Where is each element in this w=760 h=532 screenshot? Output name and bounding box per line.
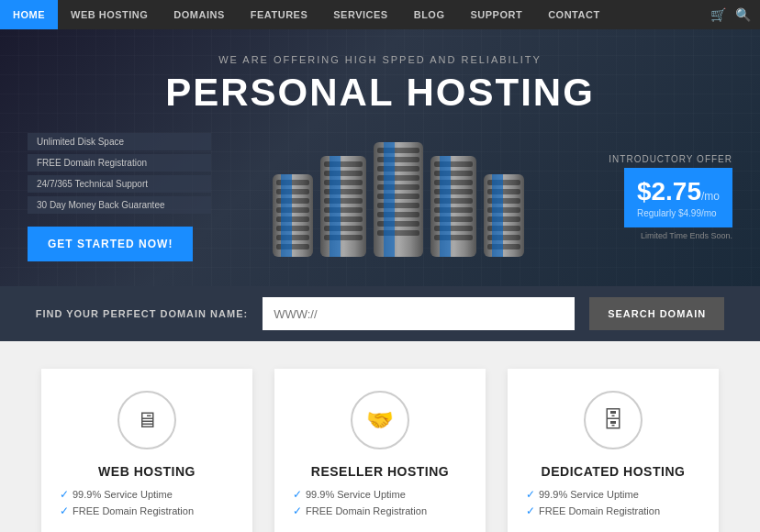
server-tower-4 xyxy=(430,156,476,257)
reseller-hosting-icon-circle: 🤝 xyxy=(351,391,409,449)
nav-item-home[interactable]: HOME xyxy=(0,0,58,29)
check-icon: ✓ xyxy=(526,504,535,517)
feature-2: FREE Domain Registration xyxy=(28,154,211,172)
server-tower-5 xyxy=(484,174,524,257)
price-period: /mo xyxy=(701,190,720,203)
server-illustration xyxy=(270,138,527,257)
domain-input[interactable] xyxy=(263,297,575,330)
hero-body: Unlimited Disk Space FREE Domain Registr… xyxy=(28,133,732,261)
price-box: $2.75/mo Regularly $4.99/mo xyxy=(624,168,732,227)
feature-3: 24/7/365 Technical Support xyxy=(28,175,211,193)
card-title-reseller-hosting: RESELLER HOSTING xyxy=(293,464,467,479)
nav-actions: 🛒 🔍 xyxy=(701,0,760,29)
hero-title: PERSONAL HOSTING xyxy=(28,71,732,115)
nav-item-support[interactable]: SUPPORT xyxy=(457,0,535,29)
card-title-web-hosting: WEB HOSTING xyxy=(60,464,234,479)
card-web-hosting: 🖥 WEB HOSTING ✓ 99.9% Service Uptime ✓ F… xyxy=(41,369,252,532)
domain-search-button[interactable]: SEARCH DOMAIN xyxy=(589,297,724,330)
check-icon: ✓ xyxy=(293,504,302,517)
hero-subtitle: WE ARE OFFERING HIGH SPPED AND RELIABILI… xyxy=(28,54,732,65)
nav-item-web-hosting[interactable]: WEB HOSTING xyxy=(58,0,161,29)
nav-item-features[interactable]: FEATURES xyxy=(238,0,320,29)
card-feature-1-0: ✓ 99.9% Service Uptime xyxy=(60,488,234,501)
feature-1: Unlimited Disk Space xyxy=(28,133,211,150)
card-feature-3-0: ✓ 99.9% Service Uptime xyxy=(526,488,700,501)
web-hosting-icon-circle: 🖥 xyxy=(117,391,176,449)
navbar: HOME WEB HOSTING DOMAINS FEATURES SERVIC… xyxy=(0,0,760,29)
cards-section: 🖥 WEB HOSTING ✓ 99.9% Service Uptime ✓ F… xyxy=(0,341,760,532)
check-icon: ✓ xyxy=(526,488,535,501)
dedicated-hosting-icon-circle: 🗄 xyxy=(584,391,643,449)
card-dedicated-hosting: 🗄 DEDICATED HOSTING ✓ 99.9% Service Upti… xyxy=(508,369,719,532)
card-feature-1-1: ✓ FREE Domain Registration xyxy=(60,504,234,517)
check-icon: ✓ xyxy=(293,488,302,501)
card-feature-2-0: ✓ 99.9% Service Uptime xyxy=(293,488,467,501)
card-feature-3-1: ✓ FREE Domain Registration xyxy=(526,504,700,517)
domain-search-section: FIND YOUR PERFECT DOMAIN NAME: SEARCH DO… xyxy=(0,286,760,341)
server-tower-1 xyxy=(273,174,313,257)
price-note: Limited Time Ends Soon. xyxy=(586,231,732,240)
server-rack-icon: 🗄 xyxy=(602,407,624,433)
intro-label: INTRODUCTORY OFFER xyxy=(586,154,732,164)
cart-icon[interactable]: 🛒 xyxy=(710,7,726,22)
check-icon: ✓ xyxy=(60,504,69,517)
nav-item-contact[interactable]: CONTACT xyxy=(535,0,612,29)
handshake-icon: 🤝 xyxy=(366,407,394,433)
hero-content: WE ARE OFFERING HIGH SPPED AND RELIABILI… xyxy=(0,54,760,261)
intro-offer: INTRODUCTORY OFFER $2.75/mo Regularly $4… xyxy=(586,154,732,240)
hero-section: WE ARE OFFERING HIGH SPPED AND RELIABILI… xyxy=(0,29,760,286)
feature-4: 30 Day Money Back Guarantee xyxy=(28,196,211,214)
nav-item-services[interactable]: SERVICES xyxy=(320,0,400,29)
get-started-button[interactable]: GET STARTED NOW! xyxy=(28,227,193,261)
search-icon[interactable]: 🔍 xyxy=(735,7,751,22)
card-feature-2-1: ✓ FREE Domain Registration xyxy=(293,504,467,517)
card-reseller-hosting: 🤝 RESELLER HOSTING ✓ 99.9% Service Uptim… xyxy=(274,369,486,532)
check-icon: ✓ xyxy=(60,488,69,501)
hero-features: Unlimited Disk Space FREE Domain Registr… xyxy=(28,133,211,261)
nav-menu: HOME WEB HOSTING DOMAINS FEATURES SERVIC… xyxy=(0,0,701,29)
card-title-dedicated-hosting: DEDICATED HOSTING xyxy=(526,464,700,479)
nav-item-domains[interactable]: DOMAINS xyxy=(161,0,237,29)
price-value: $2.75 xyxy=(637,177,701,205)
server-tower-3 xyxy=(374,142,423,257)
price-regular: Regularly $4.99/mo xyxy=(637,208,720,218)
monitor-icon: 🖥 xyxy=(136,407,158,433)
server-tower-2 xyxy=(320,156,366,257)
domain-label: FIND YOUR PERFECT DOMAIN NAME: xyxy=(36,308,248,319)
nav-item-blog[interactable]: BLOG xyxy=(401,0,458,29)
